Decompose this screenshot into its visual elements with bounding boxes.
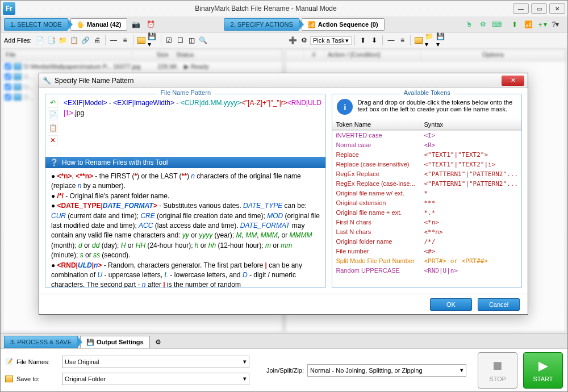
help-header: ❔ How to Rename Files with this Tool (45, 157, 325, 168)
titlebar: Fr BinaryMark Batch File Rename - Manual… (1, 1, 567, 16)
step-select-mode[interactable]: 1. SELECT MODE (4, 18, 68, 31)
token-row[interactable]: Original folder name/*/ (332, 237, 521, 247)
invert-check-icon[interactable]: ◫ (187, 35, 197, 45)
copy-icon[interactable]: 📄 (48, 110, 58, 120)
col-token-name[interactable]: Token Name (332, 119, 420, 130)
move-up-icon[interactable]: ⬆ (358, 35, 368, 45)
dialog-close-button[interactable]: ✕ (502, 76, 524, 86)
start-label: START (533, 376, 553, 382)
joinsplit-label: Join/Split/Zip: (266, 367, 304, 374)
pattern-legend: File Name Pattern (157, 89, 214, 96)
token-row[interactable]: RegEx Replace<"PATTERN1"|"PATTERN2"... (332, 169, 521, 179)
help-icon[interactable]: ?▾ (549, 18, 562, 31)
minimize-button[interactable]: — (513, 3, 529, 14)
saveto-combo[interactable]: Original Folder▾ (62, 373, 249, 385)
paste-icon[interactable]: 📋 (48, 123, 58, 133)
cancel-button[interactable]: Cancel (478, 298, 520, 311)
add-url-icon[interactable]: 🔗 (81, 35, 91, 45)
remove-icon[interactable]: — (108, 35, 119, 45)
token-row[interactable]: Normal case<R> (332, 140, 521, 150)
undo-icon[interactable]: ↶ (48, 98, 58, 108)
open-actions-icon[interactable] (414, 35, 424, 45)
files-toolbar: Add Files: 📄 📑 📁 📋 🔗 🖨 — ≡ 💾▾ ☑ ☐ ◫ 🔍 (1, 32, 284, 48)
tab-action-sequence[interactable]: 📶 Action Sequence (0) (302, 18, 385, 31)
specify-pattern-dialog: 🔧 Specify File Name Pattern ✕ File Name … (39, 73, 528, 315)
dialog-icon: 🔧 (43, 77, 51, 85)
token-row[interactable]: Original extension*** (332, 198, 521, 208)
token-row[interactable]: Original file name + ext.*.* (332, 208, 521, 218)
maximize-button[interactable]: ▭ (531, 3, 547, 14)
token-row[interactable]: Replace (case-insensitive)<"TEXT1"|"TEXT… (332, 160, 521, 169)
token-row[interactable]: RegEx Replace (case-inse...<"PATTERN1"|"… (332, 179, 521, 189)
step-process-save[interactable]: 3. PROCESS & SAVE (4, 336, 78, 348)
floppy-icon: 💾 (86, 339, 94, 346)
token-row[interactable]: Original file name w/ ext.* (332, 189, 521, 198)
add-files-icon[interactable]: 📑 (47, 35, 57, 45)
chevron-down-icon: ▾ (243, 375, 247, 382)
wifi-icon[interactable]: 📶 (522, 18, 534, 31)
token-row[interactable]: Split Mode File Part Number<PRT#> or <PR… (332, 256, 521, 266)
tab-action-sequence-label: Action Sequence (0) (318, 21, 378, 28)
token-row[interactable]: iNVERTED case<I> (332, 131, 521, 140)
add-folder-icon[interactable]: 📁 (58, 35, 68, 45)
tokens-legend: Available Tokens (400, 89, 454, 96)
token-row[interactable]: Last N chars<**n> (332, 227, 521, 237)
chevron-down-icon: ▾ (243, 358, 247, 365)
token-row[interactable]: Replace<"TEXT1"|"TEXT2"> (332, 150, 521, 160)
filenames-label: File Names: (16, 358, 59, 365)
clear-icon[interactable]: ≡ (120, 35, 130, 45)
add-file-icon[interactable]: 📄 (35, 35, 45, 45)
tab-monitor[interactable]: 📷 (130, 18, 142, 31)
folder-icon (5, 376, 13, 382)
mouse-icon[interactable]: 🖱 (463, 18, 475, 31)
token-table-header: Token Name Syntax (332, 119, 521, 130)
ribbon: 1. SELECT MODE 🖐 Manual (42) 📷 ⏰ 2. SPEC… (1, 16, 567, 32)
col-token-syntax[interactable]: Syntax (420, 119, 521, 130)
save-actions-icon[interactable]: 💾▾ (436, 35, 446, 45)
ribbon-right-tools: 🖱 ⚙ ⌨ ⬆ 📶 ＋▾ ?▾ (463, 18, 564, 31)
action-group-icon[interactable]: ⚙ (299, 35, 309, 45)
add-icon[interactable]: ＋▾ (536, 18, 548, 31)
pattern-editor: ↶ 📄 📋 ✕ <EXIF|Model> - <EXIF|ImageWidth>… (45, 94, 325, 157)
sliders-icon[interactable]: ⚙ (477, 18, 489, 31)
question-icon: ❔ (50, 159, 59, 166)
check-all-icon[interactable]: ☑ (164, 35, 174, 45)
filenames-combo[interactable]: Use Original▾ (62, 356, 249, 368)
uncheck-all-icon[interactable]: ☐ (176, 35, 186, 45)
move-down-icon[interactable]: ⬇ (369, 35, 379, 45)
clear-actions-icon[interactable]: ≡ (397, 35, 407, 45)
templates-icon[interactable]: 📁▾ (425, 35, 435, 45)
pick-task-dropdown[interactable]: Pick a Task ▾ (310, 36, 352, 45)
add-recursive-icon[interactable]: 🖨 (92, 35, 102, 45)
window-title: BinaryMark Batch File Rename - Manual Mo… (19, 5, 513, 12)
token-row[interactable]: File number<#> (332, 247, 521, 256)
actions-toolbar: ➕ ⚙ Pick a Task ▾ ⬆ ⬇ — ≡ 📁▾ 💾▾ (284, 32, 567, 48)
save-list-icon[interactable]: 💾▾ (148, 35, 158, 45)
step-specify-actions[interactable]: 2. SPECIFY ACTIONS (224, 18, 299, 31)
bottom-tabs: 3. PROCESS & SAVE 💾 Output Settings ⚙ (1, 333, 567, 348)
clear-icon[interactable]: ✕ (48, 135, 58, 145)
close-button[interactable]: ✕ (549, 3, 565, 14)
remove-action-icon[interactable]: — (386, 35, 396, 45)
add-list-icon[interactable]: 📋 (69, 35, 80, 45)
open-list-icon[interactable] (136, 35, 147, 45)
add-action-icon[interactable]: ➕ (287, 35, 298, 45)
shortcuts-icon[interactable]: ⌨ (490, 18, 503, 31)
token-row[interactable]: First N chars<*n> (332, 218, 521, 227)
filter-icon[interactable]: 🔍 (198, 35, 208, 45)
tab-manual-label: Manual (42) (87, 21, 122, 28)
tab-schedule[interactable]: ⏰ (144, 18, 157, 31)
start-button[interactable]: ▶ START (523, 352, 563, 389)
tab-settings-gear[interactable]: ⚙ (152, 336, 165, 348)
upload-icon[interactable]: ⬆ (508, 18, 521, 31)
tab-manual[interactable]: 🖐 Manual (42) (70, 18, 128, 31)
joinsplit-combo[interactable]: Normal - No Joining, Splitting, or Zippi… (307, 364, 466, 377)
play-icon: ▶ (538, 358, 548, 373)
pattern-textbox[interactable]: <EXIF|Model> - <EXIF|ImageWidth> - <CUR|… (60, 94, 325, 157)
stop-button[interactable]: ⏹ STOP (478, 352, 517, 389)
stop-icon: ⏹ (491, 358, 504, 373)
token-row[interactable]: Random UPPERCASE<RND|U|n> (332, 266, 521, 276)
token-table: iNVERTED case<I> Normal case<R> Replace<… (332, 130, 521, 287)
ok-button[interactable]: OK (430, 298, 472, 311)
tab-output-settings[interactable]: 💾 Output Settings (80, 336, 150, 348)
